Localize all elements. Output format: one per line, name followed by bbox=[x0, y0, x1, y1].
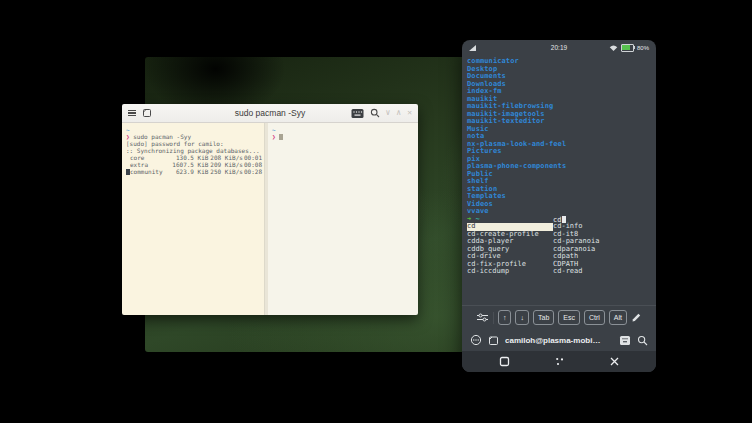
session-options-icon[interactable] bbox=[470, 334, 482, 346]
virtual-key[interactable]: Tab bbox=[533, 310, 554, 325]
directory-entry: Public bbox=[467, 171, 656, 179]
keyboard-toggle-icon[interactable] bbox=[351, 108, 364, 119]
tab-bar: camiloh@plasma-mobi… bbox=[462, 329, 656, 351]
prompt-arrow: ➜ bbox=[467, 215, 471, 223]
directory-entry: Videos bbox=[467, 201, 656, 209]
virtual-key[interactable]: ↓ bbox=[515, 310, 529, 325]
terminal-key-toolbar: ↑↓TabEscCtrlAlt bbox=[462, 305, 656, 329]
terminal-titlebar[interactable]: sudo pacman -Syy ∨ ∧ ✕ bbox=[122, 104, 418, 123]
close-icon[interactable]: ✕ bbox=[407, 109, 412, 117]
completion-row: cd-iccdump cd-read bbox=[467, 268, 656, 276]
download-size: 623.9 KiB bbox=[172, 168, 208, 175]
mobile-terminal-screen[interactable]: communicatorDesktopDocumentsDownloadsind… bbox=[462, 55, 656, 305]
directory-entry: vvave bbox=[467, 208, 656, 216]
terminal-pane-right[interactable]: ~ ❯ bbox=[268, 123, 418, 315]
battery-percent: 80% bbox=[637, 45, 649, 51]
search-icon[interactable] bbox=[370, 108, 380, 118]
new-tab-icon[interactable] bbox=[488, 335, 499, 346]
text-cursor bbox=[562, 216, 566, 223]
command-input-text: cd bbox=[553, 216, 566, 225]
mobile-terminal-panel: 20:19 80% communicatorDesktopDocumentsDo… bbox=[462, 40, 656, 372]
task-switcher-icon[interactable] bbox=[554, 356, 565, 367]
repo-name: community bbox=[130, 168, 172, 175]
text-cursor bbox=[279, 134, 283, 140]
wifi-icon bbox=[609, 44, 618, 52]
command-line: ❯ sudo pacman -Syy bbox=[126, 133, 262, 140]
completion-item: cd-read bbox=[553, 268, 583, 276]
terminal-pane-left[interactable]: ~ ❯ sudo pacman -Syy [sudo] password for… bbox=[122, 123, 264, 315]
prompt-path: ~ bbox=[475, 215, 479, 223]
directory-listing: communicatorDesktopDocumentsDownloadsind… bbox=[467, 58, 656, 216]
terminal-output-line: :: Synchronizing package databases... bbox=[126, 147, 262, 154]
virtual-key[interactable]: Alt bbox=[609, 310, 627, 325]
keyboard-grid-icon[interactable] bbox=[619, 335, 631, 346]
battery-icon bbox=[621, 44, 634, 52]
signal-icon bbox=[469, 45, 476, 51]
status-bar: 20:19 80% bbox=[462, 40, 656, 55]
virtual-key[interactable]: ↑ bbox=[498, 310, 512, 325]
prompt-line: ➜ ~ cd bbox=[467, 216, 656, 224]
virtual-keys: ↑↓TabEscCtrlAlt bbox=[498, 310, 627, 325]
command-line: ❯ bbox=[272, 133, 414, 140]
edit-pencil-icon[interactable] bbox=[631, 312, 642, 323]
clock: 20:19 bbox=[551, 44, 567, 51]
repo-name: core bbox=[130, 154, 172, 161]
completion-item: cd-iccdump bbox=[467, 268, 553, 276]
download-speed: 250 KiB/s bbox=[208, 168, 242, 175]
prompt-path: ~ bbox=[272, 126, 414, 133]
virtual-key[interactable]: Ctrl bbox=[584, 310, 605, 325]
toolbar-separator bbox=[493, 312, 494, 324]
pacman-download-row: extra 1607.5 KiB 209 KiB/s 00:08 bbox=[126, 161, 262, 168]
mobile-nav-bar bbox=[462, 351, 656, 372]
download-speed: 208 KiB/s bbox=[208, 154, 242, 161]
nav-close-icon[interactable] bbox=[609, 356, 620, 367]
minimize-icon[interactable]: ∨ bbox=[386, 109, 391, 117]
download-size: 1607.5 KiB bbox=[172, 161, 208, 168]
download-list: core 130.5 KiB 208 KiB/s 00:01 extra 160… bbox=[126, 154, 262, 175]
download-time: 00:01 bbox=[243, 154, 262, 161]
repo-name: extra bbox=[130, 161, 172, 168]
download-time: 00:28 bbox=[243, 168, 262, 175]
pacman-download-row: community 623.9 KiB 250 KiB/s 00:28 bbox=[126, 168, 262, 175]
new-tab-icon[interactable] bbox=[142, 108, 152, 118]
terminal-window: sudo pacman -Syy ∨ ∧ ✕ ~ ❯ sudo pacman -… bbox=[122, 104, 418, 315]
block-cursor bbox=[126, 169, 130, 175]
virtual-key[interactable]: Esc bbox=[558, 310, 580, 325]
nav-home-icon[interactable] bbox=[499, 356, 510, 367]
download-size: 130.5 KiB bbox=[172, 154, 208, 161]
directory-entry: plasma-phone-components bbox=[467, 163, 656, 171]
directory-entry: Pictures bbox=[467, 148, 656, 156]
download-time: 00:08 bbox=[243, 161, 262, 168]
output-lines: [sudo] password for camilo::: Synchroniz… bbox=[126, 140, 262, 154]
directory-entry: mauikit-texteditor bbox=[467, 118, 656, 126]
menu-icon[interactable] bbox=[128, 110, 136, 116]
desktop: sudo pacman -Syy ∨ ∧ ✕ ~ ❯ sudo pacman -… bbox=[0, 0, 752, 423]
search-icon[interactable] bbox=[637, 335, 648, 346]
directory-entry: Templates bbox=[467, 193, 656, 201]
completion-list: cd cd-info cd-create-profile cd-it8 cdda… bbox=[467, 223, 656, 276]
pacman-download-row: core 130.5 KiB 208 KiB/s 00:01 bbox=[126, 154, 262, 161]
directory-entry: Music bbox=[467, 126, 656, 134]
adjustments-icon[interactable] bbox=[476, 312, 489, 323]
maximize-icon[interactable]: ∧ bbox=[396, 109, 401, 117]
tab-title[interactable]: camiloh@plasma-mobi… bbox=[505, 336, 613, 345]
terminal-output-line: [sudo] password for camilo: bbox=[126, 140, 262, 147]
download-speed: 209 KiB/s bbox=[208, 161, 242, 168]
prompt-path: ~ bbox=[126, 126, 262, 133]
